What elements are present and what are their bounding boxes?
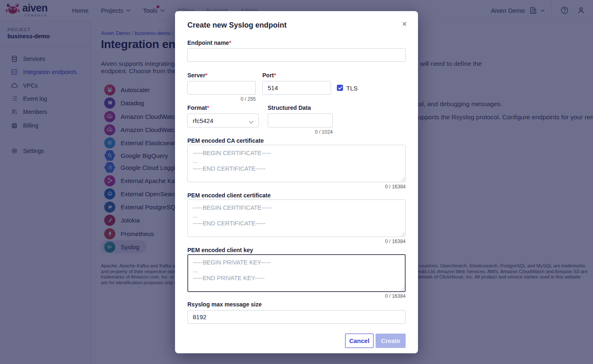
ca-certificate-char-counter: 0 / 16384 [187,184,406,190]
structured-data-char-counter: 0 / 1024 [268,129,333,135]
ca-certificate-label: PEM encoded CA certificate [187,137,264,144]
close-icon[interactable]: ✕ [402,21,407,28]
port-label: Port* [262,72,276,79]
create-syslog-endpoint-dialog: Create new Syslog endpoint ✕ Endpoint na… [175,11,418,353]
dialog-title: Create new Syslog endpoint [187,21,287,30]
max-message-size-input[interactable] [187,310,406,324]
endpoint-name-label: Endpoint name* [187,39,231,46]
create-button[interactable]: Create [376,334,406,348]
endpoint-name-input[interactable] [187,48,406,62]
client-key-char-counter: 0 / 16384 [187,293,406,299]
client-key-textarea[interactable] [187,254,406,292]
max-message-size-label: Rsyslog max message size [187,301,262,308]
structured-data-label: Structured Data [268,104,311,111]
format-selected-value: rfc5424 [193,117,213,124]
tls-checkbox[interactable] [337,85,343,91]
cancel-button[interactable]: Cancel [345,334,374,348]
server-input[interactable] [187,81,256,95]
client-certificate-label: PEM encoded client certificate [187,192,271,199]
format-select[interactable]: rfc5424 [187,114,259,128]
client-certificate-char-counter: 0 / 16384 [187,239,406,244]
format-label: Format* [187,104,209,111]
tls-label: TLS [346,85,358,92]
check-icon [338,86,342,90]
server-char-counter: 0 / 255 [187,96,256,102]
server-label: Server* [187,72,208,79]
structured-data-input[interactable] [268,114,333,128]
chevron-down-icon [249,118,254,125]
client-key-label: PEM encoded client key [187,247,253,253]
client-certificate-textarea[interactable] [187,199,406,237]
port-input[interactable] [262,81,331,95]
ca-certificate-textarea[interactable] [187,145,406,182]
